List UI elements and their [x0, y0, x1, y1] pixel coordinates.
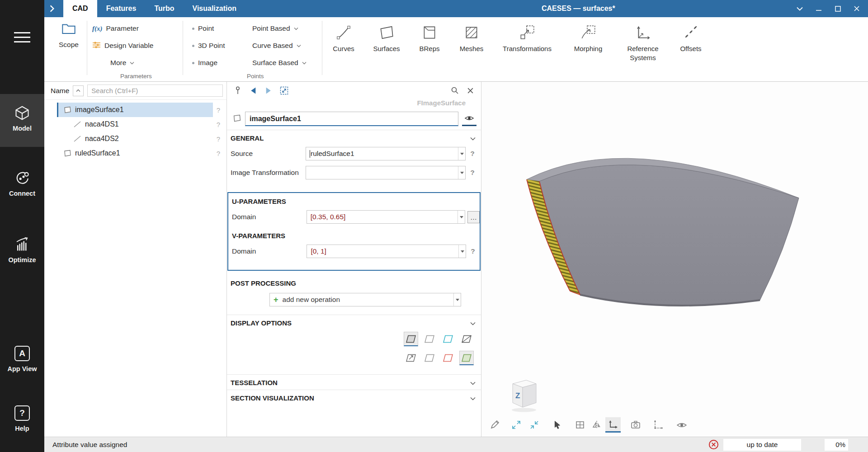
tab-visualization[interactable]: Visualization — [184, 0, 246, 17]
sort-button[interactable] — [73, 85, 84, 96]
eye-icon[interactable] — [462, 112, 476, 126]
display-wireframe-button[interactable] — [422, 332, 437, 346]
close-button[interactable] — [852, 3, 862, 14]
sidebar-item-model[interactable]: Model — [0, 94, 44, 147]
chevron-down-icon — [470, 379, 476, 386]
help-badge: ? — [466, 150, 479, 158]
history-forward-button[interactable] — [262, 84, 275, 97]
dropdown-arrow-icon[interactable] — [458, 245, 466, 258]
display-normals-button[interactable] — [404, 351, 418, 365]
add-operation-combobox[interactable]: + add new operation — [269, 293, 461, 306]
dropdown-arrow-icon[interactable] — [458, 147, 465, 160]
curve-based-button[interactable]: Curve Based — [252, 39, 307, 52]
viewport-3d[interactable]: Z — [481, 82, 868, 437]
domain-options-button[interactable]: … — [467, 211, 480, 223]
design-variable-button[interactable]: Design Variable — [92, 39, 153, 52]
dropdown-arrow-icon[interactable] — [453, 293, 461, 306]
reference-systems-button[interactable]: Reference Systems — [618, 20, 668, 63]
section-u-parameters-header[interactable]: U-PARAMETERS — [228, 195, 480, 208]
chevron-down-icon — [470, 134, 476, 142]
display-isolines-button[interactable] — [459, 332, 474, 346]
tree-row-imagesurface1[interactable]: imageSurface1 ? — [44, 103, 226, 117]
tree-row-naca4ds1[interactable]: naca4DS1 ? — [44, 117, 226, 132]
display-transparent-button[interactable] — [441, 332, 455, 346]
point-based-button[interactable]: Point Based — [252, 22, 307, 35]
sidebar-item-optimize[interactable]: Optimize — [0, 235, 44, 271]
offsets-button[interactable]: Offsets — [673, 20, 709, 63]
fx-icon: f(x) — [92, 25, 103, 33]
u-domain-combobox[interactable]: [0.35, 0.65] — [307, 210, 465, 224]
morphing-button[interactable]: Morphing — [563, 20, 613, 63]
help-badge: ? — [466, 247, 480, 255]
chevron-down-icon[interactable] — [795, 3, 805, 14]
more-button[interactable]: More — [110, 56, 153, 70]
parameter-button[interactable]: f(x) Parameter — [92, 22, 153, 35]
sidebar-item-connect[interactable]: Connect — [0, 168, 44, 203]
3d-point-button[interactable]: 3D Point — [192, 39, 225, 52]
object-name-input[interactable] — [245, 112, 458, 126]
breps-button[interactable]: BReps — [411, 20, 448, 63]
image-button[interactable]: Image — [192, 56, 225, 70]
source-field-row: Source ruledSurface1 ? — [227, 145, 481, 162]
grid-icon[interactable] — [572, 417, 588, 433]
tab-cad[interactable]: CAD — [63, 0, 97, 17]
section-section-visualization-header[interactable]: SECTION VISUALIZATION — [227, 390, 481, 405]
image-transformation-combobox[interactable] — [306, 166, 466, 179]
close-icon[interactable] — [464, 84, 476, 97]
source-combobox[interactable]: ruledSurface1 — [306, 147, 466, 160]
bullet-icon — [192, 62, 194, 64]
surfaces-button[interactable]: Surfaces — [366, 20, 407, 63]
sidebar-item-app-view[interactable]: A App View — [0, 344, 44, 380]
mesh-icon — [463, 22, 480, 43]
meshes-button[interactable]: Meshes — [452, 20, 491, 63]
coordinate-axes-icon[interactable] — [605, 417, 621, 433]
dropdown-arrow-icon[interactable] — [458, 211, 465, 223]
point-button[interactable]: Point — [192, 22, 225, 35]
search-icon[interactable] — [448, 84, 461, 97]
curves-button[interactable]: Curves — [326, 20, 362, 63]
cursor-icon[interactable] — [549, 417, 565, 433]
tab-turbo[interactable]: Turbo — [145, 0, 183, 17]
detach-editor-icon[interactable] — [278, 84, 290, 97]
display-filled-button[interactable] — [459, 351, 474, 365]
more-label: More — [110, 59, 126, 67]
section-post-processing-header[interactable]: POST PROCESSING — [227, 275, 481, 290]
tab-features[interactable]: Features — [97, 0, 146, 17]
error-indicator-icon[interactable] — [708, 439, 719, 452]
chevron-right-icon[interactable] — [44, 0, 60, 17]
view-cube[interactable]: Z — [506, 375, 543, 414]
minimize-button[interactable] — [814, 3, 824, 14]
measure-icon[interactable] — [651, 417, 666, 433]
offsets-icon — [682, 22, 699, 43]
display-plain-button[interactable] — [422, 351, 437, 365]
section-general-header[interactable]: GENERAL — [227, 130, 481, 145]
section-display-options-header[interactable]: DISPLAY OPTIONS — [227, 315, 481, 330]
history-back-button[interactable] — [247, 84, 259, 97]
sidebar-item-help[interactable]: ? Help — [0, 403, 44, 439]
transformations-button[interactable]: Transformations — [495, 20, 559, 63]
display-shaded-button[interactable] — [404, 332, 418, 346]
maximize-button[interactable] — [833, 3, 843, 14]
dropdown-arrow-icon[interactable] — [458, 166, 465, 179]
tree-search-input[interactable] — [87, 85, 223, 97]
section-v-parameters-header[interactable]: V-PARAMETERS — [228, 229, 480, 243]
surface-object-icon — [62, 106, 72, 113]
mirror-icon[interactable] — [589, 417, 604, 433]
zoom-selected-icon[interactable] — [527, 417, 542, 433]
camera-icon[interactable] — [628, 417, 643, 433]
eye-icon[interactable] — [674, 417, 689, 433]
sidebar-item-label: App View — [0, 365, 44, 372]
tree-row-ruledsurface1[interactable]: ruledSurface1 ? — [44, 146, 226, 160]
pencil-icon[interactable] — [487, 417, 502, 433]
v-domain-combobox[interactable]: [0, 1] — [307, 245, 466, 258]
properties-toolbar — [227, 82, 481, 99]
zoom-extents-icon[interactable] — [509, 417, 524, 433]
surface-object-icon — [232, 114, 241, 124]
main-menu-button[interactable] — [0, 28, 44, 46]
pick-pin-icon[interactable] — [231, 84, 244, 97]
surface-based-button[interactable]: Surface Based — [252, 56, 307, 70]
section-tesselation-header[interactable]: TESSELATION — [227, 374, 481, 390]
tree-row-naca4ds2[interactable]: naca4DS2 ? — [44, 132, 226, 146]
display-boundary-button[interactable] — [441, 351, 455, 365]
scope-button[interactable]: Scope — [54, 23, 83, 49]
